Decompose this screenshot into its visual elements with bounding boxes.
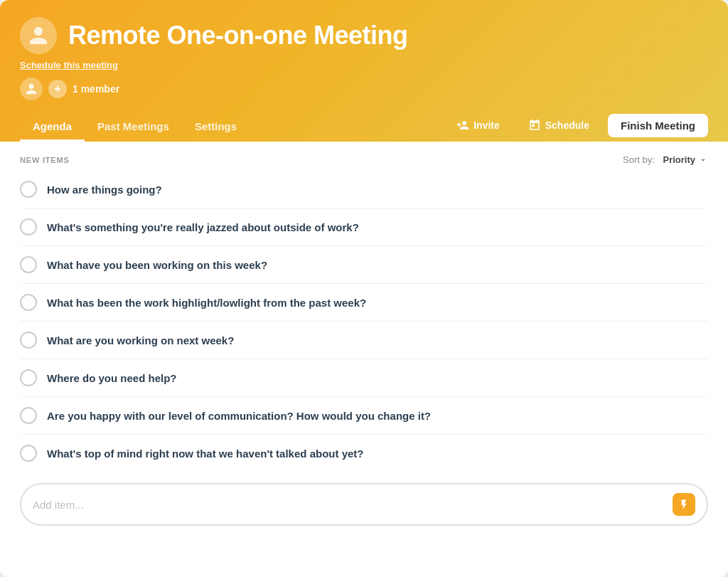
tab-agenda[interactable]: Agenda — [20, 113, 85, 142]
agenda-item-text: Where do you need help? — [47, 372, 177, 384]
schedule-button[interactable]: Schedule — [518, 113, 599, 137]
invite-button[interactable]: Invite — [446, 113, 510, 137]
agenda-item-text: What are you working on next week? — [47, 334, 234, 346]
agenda-item: Where do you need help? — [20, 359, 708, 397]
lightning-icon — [678, 499, 690, 510]
members-row: + 1 member — [20, 78, 708, 100]
agenda-item: What are you working on next week? — [20, 322, 708, 359]
page-title: Remote One-on-one Meeting — [68, 21, 408, 51]
user-icon — [28, 25, 49, 46]
agenda-item: How are things going? — [20, 171, 708, 208]
agenda-item-checkbox[interactable] — [20, 294, 37, 311]
member-user-icon — [25, 83, 38, 95]
add-member-button[interactable]: + — [48, 80, 67, 98]
agenda-item-text: What has been the work highlight/lowligh… — [47, 297, 366, 309]
nav-tabs: Agenda Past Meetings Settings — [20, 113, 250, 142]
agenda-item: What's top of mind right now that we hav… — [20, 435, 708, 472]
section-header: NEW ITEMS Sort by: Priority — [20, 142, 708, 171]
agenda-item-checkbox[interactable] — [20, 369, 37, 386]
sort-value: Priority — [663, 154, 695, 165]
agenda-item-text: What's top of mind right now that we hav… — [47, 448, 363, 460]
invite-icon — [456, 119, 469, 132]
sort-prefix: Sort by: — [623, 154, 655, 165]
content-area: NEW ITEMS Sort by: Priority How are thin… — [0, 142, 728, 546]
header: Remote One-on-one Meeting Schedule this … — [0, 0, 728, 142]
agenda-list: How are things going? What's something y… — [20, 171, 708, 472]
chevron-down-icon — [698, 155, 708, 165]
agenda-item-checkbox[interactable] — [20, 407, 37, 424]
agenda-item-checkbox[interactable] — [20, 218, 37, 235]
agenda-item-text: Are you happy with our level of communic… — [47, 410, 431, 422]
sort-control[interactable]: Sort by: Priority — [623, 154, 708, 165]
agenda-item-checkbox[interactable] — [20, 181, 37, 198]
header-top: Remote One-on-one Meeting — [20, 17, 708, 54]
agenda-item-checkbox[interactable] — [20, 445, 37, 462]
agenda-item-checkbox[interactable] — [20, 332, 37, 349]
agenda-item: What have you been working on this week? — [20, 246, 708, 284]
tab-settings[interactable]: Settings — [182, 113, 250, 142]
finish-meeting-button[interactable]: Finish Meeting — [608, 114, 708, 137]
app-container: Remote One-on-one Meeting Schedule this … — [0, 0, 728, 577]
add-item-input[interactable] — [33, 499, 665, 511]
calendar-icon — [528, 119, 541, 132]
member-avatar — [20, 78, 43, 100]
agenda-item: What's something you're really jazzed ab… — [20, 208, 708, 246]
agenda-item-text: How are things going? — [47, 184, 162, 196]
lightning-button[interactable] — [673, 493, 695, 516]
schedule-link[interactable]: Schedule this meeting — [20, 60, 708, 70]
section-label: NEW ITEMS — [20, 156, 70, 164]
agenda-item: What has been the work highlight/lowligh… — [20, 284, 708, 322]
nav-actions: Invite Schedule Finish Meeting — [446, 113, 708, 142]
avatar — [20, 17, 57, 54]
agenda-item-checkbox[interactable] — [20, 256, 37, 273]
agenda-item-text: What's something you're really jazzed ab… — [47, 221, 359, 233]
agenda-item-text: What have you been working on this week? — [47, 259, 267, 271]
members-count: 1 member — [73, 83, 119, 95]
add-item-bar — [20, 483, 708, 526]
tab-past-meetings[interactable]: Past Meetings — [85, 113, 182, 142]
agenda-item: Are you happy with our level of communic… — [20, 397, 708, 435]
nav-bar: Agenda Past Meetings Settings Invite — [20, 113, 708, 142]
